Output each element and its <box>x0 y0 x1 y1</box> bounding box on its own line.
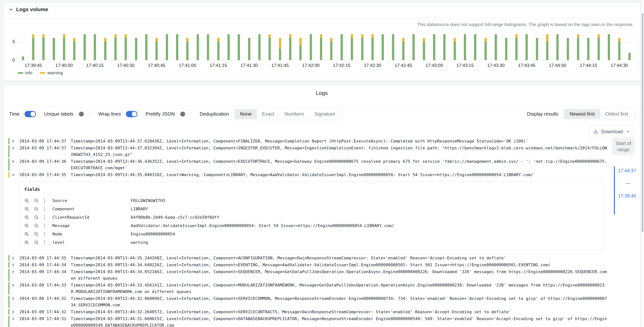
volume-bar[interactable] <box>480 32 490 60</box>
log-row[interactable]: 2014-03-09 17:44:35Timestamp=2014-03-09T… <box>8 171 607 178</box>
expand-row-icon[interactable] <box>11 158 20 165</box>
filter-for-value-icon[interactable] <box>24 240 29 245</box>
log-row[interactable]: 2014-03-09 17:44:37Timestamp=2014-03-09T… <box>8 138 607 145</box>
volume-bar[interactable] <box>192 32 203 60</box>
volume-bar[interactable] <box>275 32 285 60</box>
volume-bar[interactable] <box>408 32 419 60</box>
volume-bar[interactable] <box>264 32 275 60</box>
toggle-unique-labels[interactable] <box>78 111 90 117</box>
volume-bar[interactable] <box>182 32 192 60</box>
legend-item-warning[interactable]: warning <box>40 70 63 76</box>
filter-for-value-icon[interactable] <box>24 215 29 220</box>
volume-bar[interactable] <box>326 32 336 60</box>
legend-item-info[interactable]: info <box>18 70 32 76</box>
volume-bar[interactable] <box>90 32 100 60</box>
volume-bar[interactable] <box>80 32 90 60</box>
volume-bar[interactable] <box>254 32 264 60</box>
log-row[interactable]: 2014-03-09 17:44:32Timestamp=2014-03-09T… <box>8 308 607 315</box>
volume-bar[interactable] <box>336 32 347 60</box>
log-row[interactable]: 2014-03-09 17:44:32Timestamp=2014-03-09T… <box>8 295 607 308</box>
volume-bar[interactable] <box>69 32 80 60</box>
volume-bar[interactable] <box>234 32 244 60</box>
log-row[interactable]: 2014-03-09 17:44:34Timestamp=2014-03-09T… <box>8 261 607 268</box>
kebab-menu-icon[interactable] <box>44 198 46 203</box>
expand-row-icon[interactable] <box>11 308 20 315</box>
volume-bar[interactable] <box>28 32 38 60</box>
filter-for-value-icon[interactable] <box>24 223 29 228</box>
volume-bar[interactable] <box>398 32 408 60</box>
filter-for-value-icon[interactable] <box>24 231 29 237</box>
log-row[interactable]: 2014-03-09 17:44:34Timestamp=2014-03-09T… <box>8 268 607 282</box>
volume-bar[interactable] <box>624 32 634 60</box>
filter-for-value-icon[interactable] <box>24 198 29 203</box>
volume-bar[interactable] <box>542 32 552 60</box>
volume-bar[interactable] <box>378 32 388 60</box>
volume-bar[interactable] <box>38 32 49 60</box>
kebab-menu-icon[interactable] <box>44 206 46 212</box>
volume-bar[interactable] <box>162 32 172 60</box>
volume-bar[interactable] <box>357 32 367 60</box>
volume-bar[interactable] <box>470 32 480 60</box>
volume-bar[interactable] <box>604 32 614 60</box>
filter-for-value-icon[interactable] <box>24 206 29 212</box>
volume-bar[interactable] <box>491 32 501 60</box>
page-scrollbar-thumb[interactable] <box>642 13 644 232</box>
expand-row-icon[interactable] <box>11 268 20 275</box>
collapse-row-icon[interactable] <box>11 171 20 178</box>
volume-bar[interactable] <box>439 32 450 60</box>
volume-bar[interactable] <box>213 32 224 60</box>
filter-out-value-icon[interactable] <box>34 223 39 228</box>
volume-bar[interactable] <box>450 32 460 60</box>
volume-bar[interactable] <box>347 32 357 60</box>
volume-bar[interactable] <box>224 32 234 60</box>
kebab-menu-icon[interactable] <box>44 223 46 228</box>
filter-out-value-icon[interactable] <box>34 206 39 212</box>
volume-bar[interactable] <box>121 32 131 60</box>
logs-volume-header[interactable]: Logs volume <box>9 7 48 13</box>
volume-bar[interactable] <box>552 32 563 60</box>
volume-bar[interactable] <box>306 32 316 60</box>
volume-bar[interactable] <box>367 32 378 60</box>
volume-bar[interactable] <box>573 32 583 60</box>
toggle-prettify-json[interactable] <box>180 111 192 117</box>
log-row[interactable]: 2014-03-09 17:44:33Timestamp=2014-03-09T… <box>8 282 607 295</box>
dedup-option-none[interactable]: None <box>235 109 257 119</box>
volume-bar[interactable] <box>429 32 439 60</box>
volume-bar[interactable] <box>522 32 532 60</box>
volume-bar[interactable] <box>614 32 624 60</box>
volume-bar[interactable] <box>460 32 470 60</box>
kebab-menu-icon[interactable] <box>44 231 46 237</box>
download-button[interactable]: Download <box>589 126 634 137</box>
volume-bar[interactable] <box>563 32 573 60</box>
log-row[interactable]: 2014-03-09 17:44:35Timestamp=2014-03-09T… <box>8 254 607 261</box>
log-row[interactable]: 2014-03-09 17:44:31Timestamp=2014-03-09T… <box>8 315 607 327</box>
volume-bar[interactable] <box>419 32 429 60</box>
volume-bar[interactable] <box>244 32 254 60</box>
volume-bar[interactable] <box>141 32 151 60</box>
toggle-time[interactable] <box>24 111 36 117</box>
volume-bar[interactable] <box>285 32 295 60</box>
expand-row-icon[interactable] <box>11 295 20 302</box>
log-row[interactable]: 2014-03-09 17:44:37Timestamp=2014-03-09T… <box>8 145 607 158</box>
expand-row-icon[interactable] <box>11 262 20 268</box>
volume-bar[interactable] <box>18 32 28 60</box>
filter-out-value-icon[interactable] <box>34 215 39 220</box>
dedup-option-signature[interactable]: Signature <box>309 109 340 119</box>
volume-bar[interactable] <box>203 32 213 60</box>
volume-bar[interactable] <box>100 32 110 60</box>
volume-bar[interactable] <box>49 32 59 60</box>
volume-bar[interactable] <box>172 32 182 60</box>
dedup-option-numbers[interactable]: Numbers <box>279 109 309 119</box>
volume-bar[interactable] <box>583 32 594 60</box>
filter-out-value-icon[interactable] <box>34 198 39 203</box>
volume-bar[interactable] <box>316 32 326 60</box>
expand-row-icon[interactable] <box>11 315 20 322</box>
display-option-oldest-first[interactable]: Oldest first <box>600 109 634 119</box>
volume-bar[interactable] <box>110 32 120 60</box>
display-option-newest-first[interactable]: Newest first <box>564 109 600 119</box>
log-navigation-range[interactable]: 17:44:37 — 17:39:40 <box>614 166 636 215</box>
kebab-menu-icon[interactable] <box>44 240 46 245</box>
volume-bar[interactable] <box>388 32 398 60</box>
volume-bar[interactable] <box>511 32 522 60</box>
volume-bar[interactable] <box>501 32 511 60</box>
